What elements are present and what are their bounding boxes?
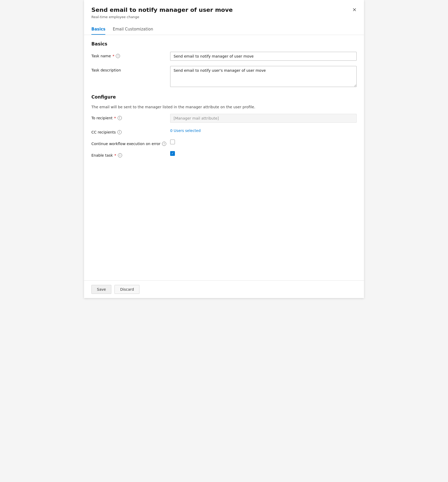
tab-email-customization[interactable]: Email Customization	[113, 24, 153, 35]
enable-task-row: Enable task * i	[91, 151, 357, 157]
enable-task-checkbox-wrapper	[170, 151, 357, 156]
dialog-body: Basics Task name * i Task description Se…	[84, 35, 364, 280]
tab-bar: Basics Email Customization	[84, 24, 364, 35]
cc-recipients-label: CC recipients i	[91, 128, 170, 134]
configure-section: Configure The email will be sent to the …	[91, 94, 357, 157]
dialog-footer: Save Discard	[84, 280, 364, 298]
close-icon: ×	[352, 6, 357, 13]
enable-task-label: Enable task * i	[91, 151, 170, 157]
save-button[interactable]: Save	[91, 285, 111, 294]
discard-button[interactable]: Discard	[114, 285, 139, 294]
enable-task-info-icon[interactable]: i	[118, 153, 122, 157]
task-description-control: Send email to notify user's manager of u…	[170, 66, 357, 88]
task-name-label: Task name * i	[91, 52, 170, 58]
to-recipient-label: To recipient * i	[91, 114, 170, 120]
configure-section-title: Configure	[91, 94, 357, 100]
to-recipient-display: [Manager mail attribute]	[170, 114, 357, 123]
continue-workflow-checkbox[interactable]	[170, 140, 175, 144]
continue-workflow-row: Continue workflow execution on error i	[91, 140, 357, 146]
to-recipient-info-icon[interactable]: i	[118, 116, 122, 120]
basics-section-title: Basics	[91, 41, 357, 47]
task-name-info-icon[interactable]: i	[116, 54, 120, 58]
continue-workflow-info-icon[interactable]: i	[162, 142, 166, 146]
tab-basics[interactable]: Basics	[91, 24, 105, 35]
close-button[interactable]: ×	[350, 5, 359, 14]
continue-workflow-control	[170, 140, 357, 144]
cc-recipients-control: 0 Users selected	[170, 128, 357, 133]
task-name-input[interactable]	[170, 52, 357, 61]
to-recipient-control: [Manager mail attribute]	[170, 114, 357, 123]
cc-recipients-link[interactable]: 0 Users selected	[170, 129, 201, 133]
task-description-textarea[interactable]: Send email to notify user's manager of u…	[170, 66, 357, 87]
enable-task-control	[170, 151, 357, 156]
cc-recipients-row: CC recipients i 0 Users selected	[91, 128, 357, 134]
task-name-row: Task name * i	[91, 52, 357, 61]
configure-description: The email will be sent to the manager li…	[91, 105, 357, 109]
enable-task-checkbox[interactable]	[170, 151, 175, 156]
dialog-header: Send email to notify manager of user mov…	[84, 0, 364, 23]
task-description-label: Task description	[91, 66, 170, 72]
task-description-row: Task description Send email to notify us…	[91, 66, 357, 88]
continue-workflow-label: Continue workflow execution on error i	[91, 140, 170, 146]
enable-task-required: *	[114, 153, 116, 157]
to-recipient-row: To recipient * i [Manager mail attribute…	[91, 114, 357, 123]
cc-recipients-info-icon[interactable]: i	[117, 130, 122, 134]
task-name-control	[170, 52, 357, 61]
task-name-required: *	[112, 54, 114, 58]
dialog-subtitle: Real-time employee change	[91, 15, 357, 19]
dialog-title: Send email to notify manager of user mov…	[91, 6, 357, 14]
continue-workflow-checkbox-wrapper	[170, 140, 357, 144]
dialog-panel: Send email to notify manager of user mov…	[84, 0, 364, 298]
to-recipient-required: *	[114, 116, 116, 120]
